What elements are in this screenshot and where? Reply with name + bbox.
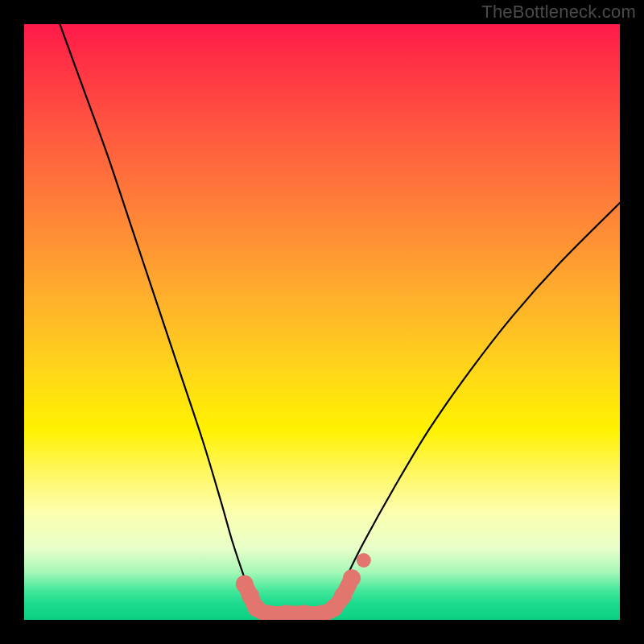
series-right-curve — [322, 203, 620, 614]
bottom-band-point — [343, 569, 361, 587]
chart-frame: TheBottleneck.com — [0, 0, 644, 644]
bottom-band-point — [334, 587, 352, 605]
chart-svg — [24, 24, 620, 620]
plot-area — [24, 24, 620, 620]
bottom-band-detached-point — [357, 553, 371, 568]
series-left-curve — [60, 24, 262, 614]
watermark-text: TheBottleneck.com — [481, 2, 636, 23]
